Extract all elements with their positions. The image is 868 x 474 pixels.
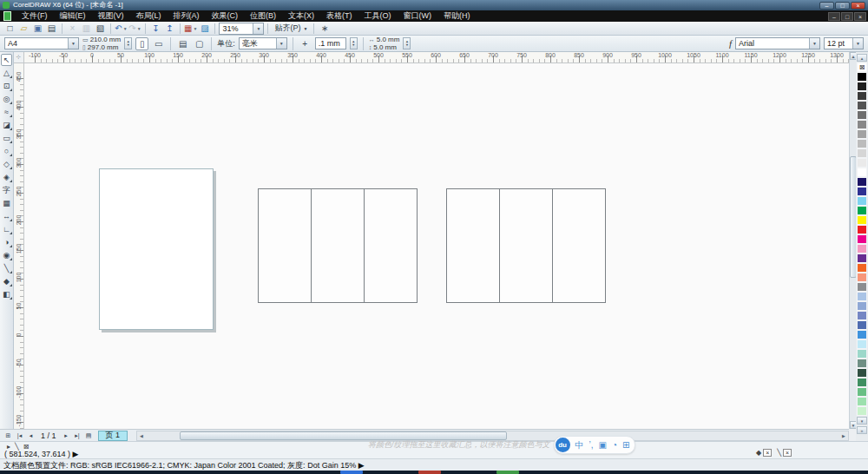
ime-punctuation-icon[interactable]: ’, [589, 438, 594, 452]
open-button[interactable]: ▱ [17, 23, 30, 35]
first-page-button[interactable]: |◂ [15, 431, 24, 440]
crop-tool[interactable]: ⊡ [1, 80, 12, 92]
fold-panel[interactable] [311, 189, 364, 302]
basic-shapes-tool[interactable]: ◈ [1, 171, 12, 183]
ruler-origin-button[interactable]: ⊹ [14, 52, 24, 63]
color-swatch-6[interactable] [857, 120, 867, 129]
export-button[interactable]: ↥ [163, 23, 176, 35]
color-swatch-15[interactable] [857, 206, 867, 215]
menu-item-9[interactable]: 表格(T) [320, 10, 358, 22]
color-swatch-17[interactable] [857, 225, 867, 234]
chevron-down-icon[interactable]: ▼ [852, 38, 863, 49]
fold-panel[interactable] [447, 189, 499, 302]
color-swatch-8[interactable] [857, 139, 867, 148]
all-pages-button[interactable]: ▤ [176, 37, 189, 50]
fold-panel[interactable] [552, 189, 605, 302]
coords-expand-icon[interactable]: ▶ [73, 450, 79, 458]
nudge-distance-field[interactable]: .1 mm [315, 37, 346, 49]
duplicate-stepper[interactable]: ▲▼ [403, 37, 411, 49]
print-button[interactable]: ▤ [45, 23, 58, 35]
ime-toolbox-icon[interactable]: ▣ [599, 438, 607, 452]
color-swatch-2[interactable] [857, 82, 867, 91]
color-swatch-13[interactable] [857, 187, 867, 196]
rectangle-tool[interactable]: ▭ [1, 132, 12, 144]
fold-rectangle-group-1[interactable] [258, 188, 418, 303]
fill-color-indicator[interactable]: ◆ × [756, 449, 772, 457]
color-eyedropper-tool[interactable]: ◉ [1, 249, 12, 261]
paper-height-value[interactable]: 297.0 mm [88, 44, 119, 51]
duplicate-x-value[interactable]: 5.0 mm [377, 36, 400, 43]
outline-color-indicator[interactable]: ╲ × [777, 449, 792, 457]
no-color-swatch[interactable]: ⊠ [857, 63, 867, 72]
color-swatch-26[interactable] [857, 311, 867, 320]
ellipse-tool[interactable]: ○ [1, 145, 12, 157]
color-swatch-10[interactable] [857, 158, 867, 168]
vertical-scrollbar[interactable]: ▲ ▼ [849, 52, 856, 429]
taskbar-app-icon-3[interactable] [496, 471, 519, 474]
chevron-down-icon[interactable]: ▼ [193, 26, 197, 31]
drawing-canvas[interactable] [24, 63, 849, 429]
font-size-combo[interactable]: 12 pt ▼ [824, 37, 864, 49]
menu-item-1[interactable]: 文件(F) [16, 10, 54, 22]
color-swatch-23[interactable] [857, 282, 867, 292]
color-swatch-1[interactable] [857, 72, 867, 82]
connector-tool[interactable]: ∟ [1, 223, 12, 235]
color-swatch-29[interactable] [857, 339, 867, 349]
menu-item-3[interactable]: 视图(V) [92, 10, 130, 22]
dimension-tool[interactable]: ↔ [1, 210, 12, 222]
polygon-tool[interactable]: ◇ [1, 158, 12, 170]
interactive-fill-tool[interactable]: ◧ [1, 288, 12, 300]
doc-close-button[interactable]: × [854, 12, 866, 21]
chevron-down-icon[interactable]: ▼ [123, 26, 128, 31]
color-swatch-24[interactable] [857, 292, 867, 301]
portrait-button[interactable]: ▯ [135, 37, 148, 50]
fold-panel[interactable] [259, 189, 311, 302]
outline-pen-tool[interactable]: ╲ [1, 262, 12, 274]
color-swatch-34[interactable] [857, 387, 867, 397]
menu-item-6[interactable]: 效果(C) [206, 10, 245, 22]
color-swatch-31[interactable] [857, 359, 867, 368]
next-page-button[interactable]: ▸ [62, 431, 71, 440]
chevron-down-icon[interactable]: ▼ [253, 23, 263, 34]
color-swatch-7[interactable] [857, 129, 867, 139]
smart-fill-tool[interactable]: ◪ [1, 119, 12, 131]
fold-rectangle-group-2[interactable] [446, 188, 606, 303]
fold-panel[interactable] [364, 189, 417, 302]
nudge-stepper[interactable]: ▲▼ [350, 37, 358, 49]
doc-restore-button[interactable]: □ [841, 12, 853, 21]
palette-flyout-button[interactable]: » [857, 426, 867, 434]
table-tool[interactable]: ▦ [1, 197, 12, 209]
zoom-tool[interactable]: ◎ [1, 93, 12, 105]
fold-panel[interactable] [499, 189, 552, 302]
menu-item-8[interactable]: 文本(X) [282, 10, 320, 22]
page-menu-button[interactable]: ▤ [84, 431, 94, 440]
ime-mode-chinese-icon[interactable]: 中 [575, 438, 584, 452]
menu-item-2[interactable]: 编辑(E) [54, 10, 92, 22]
color-swatch-4[interactable] [857, 101, 867, 110]
ime-keyboard-grid-icon[interactable]: ⊞ [622, 438, 629, 452]
freehand-tool[interactable]: ≈ [1, 106, 12, 118]
new-document-button[interactable]: □ [3, 23, 16, 35]
color-swatch-33[interactable] [857, 378, 867, 387]
color-swatch-16[interactable] [857, 215, 867, 225]
color-swatch-30[interactable] [857, 349, 867, 359]
color-swatch-25[interactable] [857, 301, 867, 311]
scroll-left-icon[interactable]: ◀ [137, 431, 146, 440]
color-swatch-19[interactable] [857, 244, 867, 253]
import-button[interactable]: ↧ [149, 23, 162, 35]
chevron-down-icon[interactable]: ▼ [809, 38, 819, 49]
document-page[interactable] [99, 168, 214, 330]
last-page-button[interactable]: ▸| [73, 431, 82, 440]
undo-button[interactable]: ↶▼ [115, 23, 128, 35]
chevron-down-icon[interactable]: ▼ [68, 38, 78, 49]
color-swatch-32[interactable] [857, 368, 867, 378]
previous-page-button[interactable]: ◂ [26, 431, 36, 440]
paper-size-combo[interactable]: A4 ▼ [4, 37, 79, 49]
profile-expand-icon[interactable]: ▶ [358, 461, 365, 470]
chevron-down-icon[interactable]: ▼ [303, 26, 307, 31]
save-button[interactable]: ▣ [31, 23, 44, 35]
color-swatch-35[interactable] [857, 397, 867, 406]
doc-minimize-button[interactable]: – [828, 12, 840, 21]
close-button[interactable]: × [851, 2, 865, 10]
color-swatch-18[interactable] [857, 234, 867, 244]
